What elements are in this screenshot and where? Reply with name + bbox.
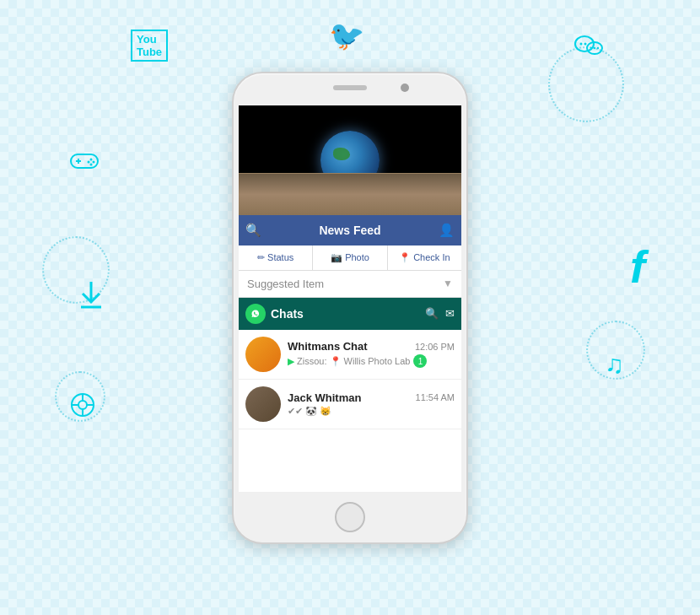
checkin-label: Check In [413,252,450,262]
fb-tab-photo[interactable]: 📷 Photo [313,245,387,270]
svg-point-10 [90,159,93,161]
svg-point-4 [590,47,592,49]
phone-speaker [333,85,367,90]
svg-point-17 [78,401,87,409]
status-label: Status [267,252,293,262]
chat-item-whitmans[interactable]: Whitmans Chat 12:06 PM ▶ Zissou: 📍 Willi… [239,330,461,380]
chat-preview-text-jack: ✔✔ 🐼 😸 [288,406,331,417]
wa-compose-icon[interactable]: ✉ [445,307,455,320]
whatsapp-logo [245,304,266,324]
download-icon [76,278,106,319]
gamepad-icon [67,148,101,177]
fb-navbar-title: News Feed [319,224,380,237]
suggested-item-text: Suggested Item [247,278,324,290]
chat-time-whitmans: 12:06 PM [415,342,455,352]
moon-surface [239,173,461,215]
whatsapp-header-icons: 🔍 ✉ [425,307,455,320]
chat-preview-text-whitmans: Zissou: 📍 Willis Photo Lab [297,356,410,367]
unread-badge-whitmans: 1 [413,354,427,368]
svg-point-11 [93,161,95,164]
chat-info-whitmans: Whitmans Chat 12:06 PM ▶ Zissou: 📍 Willi… [288,340,455,368]
svg-point-5 [594,47,595,49]
chat-preview-whitmans: ▶ Zissou: 📍 Willis Photo Lab 1 [288,354,455,368]
facebook-tabs: ✏ Status 📷 Photo 📍 Check In [239,245,461,271]
earth-space-image [239,105,461,215]
facebook-navbar: 🔍 News Feed 👤 [239,215,461,245]
phone-mockup: 🔍 News Feed 👤 ✏ Status 📷 Photo 📍 Check I [232,72,468,544]
play-arrow-icon: ▶ [288,356,294,367]
chat-info-jack: Jack Whitman 11:54 AM ✔✔ 🐼 😸 [288,391,455,417]
checkin-icon: 📍 [399,252,411,262]
chat-name-whitmans: Whitmans Chat [288,340,368,353]
svg-point-13 [90,164,93,166]
video-icon [67,392,98,423]
avatar-whitmans [245,337,281,372]
phone-home-button[interactable] [335,502,365,532]
fb-tab-status[interactable]: ✏ Status [239,245,313,270]
avatar-jack [245,386,281,422]
chat-name-jack: Jack Whitman [288,391,361,404]
suggested-item-dropdown[interactable]: Suggested Item ▼ [239,271,461,298]
photo-icon: 📷 [331,252,342,262]
twitter-icon: 🐦 [329,19,364,52]
status-icon: ✏ [257,252,265,262]
dropdown-arrow-icon: ▼ [443,278,453,289]
earth-land [333,148,350,160]
chat-name-row-whitmans: Whitmans Chat 12:06 PM [288,340,455,353]
phone-screen: 🔍 News Feed 👤 ✏ Status 📷 Photo 📍 Check I [239,105,461,492]
chat-time-jack: 11:54 AM [416,392,455,402]
svg-point-1 [580,43,583,46]
whatsapp-header: Chats 🔍 ✉ [239,298,461,330]
svg-rect-9 [78,159,79,164]
music-icon: ♫ [606,350,625,379]
wa-search-icon[interactable]: 🔍 [425,307,439,320]
facebook-icon: f [630,240,645,293]
fb-search-icon[interactable]: 🔍 [245,223,261,238]
svg-point-6 [597,47,599,49]
wechat-icon [574,34,603,63]
whatsapp-title: Chats [271,307,425,321]
phone-body: 🔍 News Feed 👤 ✏ Status 📷 Photo 📍 Check I [232,72,468,544]
svg-point-2 [584,43,587,46]
fb-tab-checkin[interactable]: 📍 Check In [388,245,461,270]
photo-label: Photo [345,252,369,262]
phone-camera [401,84,409,92]
chat-name-row-jack: Jack Whitman 11:54 AM [288,391,455,404]
chat-item-jack[interactable]: Jack Whitman 11:54 AM ✔✔ 🐼 😸 [239,380,461,429]
chat-preview-jack: ✔✔ 🐼 😸 [288,406,455,417]
svg-point-12 [88,161,90,164]
navbar-inner: 🔍 News Feed 👤 [245,223,455,238]
fb-profile-icon[interactable]: 👤 [439,223,455,238]
youtube-icon: YouTube [131,30,168,62]
